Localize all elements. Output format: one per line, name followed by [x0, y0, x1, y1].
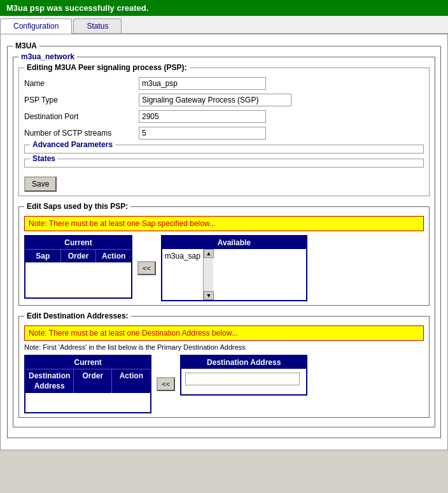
sap-col-order: Order — [61, 250, 97, 262]
dest-input-box: Destination Address — [180, 355, 307, 396]
dest-info-note: Note: First 'Address' in the list below … — [24, 343, 424, 351]
scroll-track — [204, 258, 213, 291]
sap-current-body — [25, 262, 131, 297]
edit-saps-label: Edit Saps used by this PSP: — [24, 202, 130, 211]
dest-address-input[interactable] — [185, 373, 300, 385]
sap-arrow-button[interactable]: << — [137, 261, 156, 275]
editing-psp-label: Editing M3UA Peer signaling process (PSP… — [24, 63, 190, 72]
tabs-bar: Configuration Status — [0, 16, 448, 34]
sap-scrollbar: ▲ ▼ — [203, 249, 213, 300]
tab-status[interactable]: Status — [73, 18, 122, 33]
m3ua-network-label: m3ua_network — [18, 52, 77, 61]
sap-available-list[interactable]: m3ua_sap — [162, 249, 203, 300]
dest-subheaders: DestinationAddress Order Action — [25, 369, 150, 393]
sap-current-table: Current Sap Order Action — [24, 235, 132, 299]
dest-current-table: Current DestinationAddress Order Action — [24, 355, 151, 413]
dest-arrow-button[interactable]: << — [157, 377, 175, 391]
main-content: M3UA m3ua_network Editing M3UA Peer sign… — [0, 34, 448, 450]
dest-input-wrap — [181, 369, 306, 394]
states-section: States — [24, 159, 424, 168]
sap-available-box: Available m3ua_sap ▲ ▼ — [161, 235, 307, 301]
dest-current-body — [25, 393, 150, 412]
dest-col-order: Order — [74, 369, 112, 393]
m3ua-label: M3UA — [13, 41, 39, 50]
sap-available-header: Available — [162, 236, 306, 249]
m3ua-network-section: m3ua_network Editing M3UA Peer signaling… — [13, 57, 435, 427]
dest-port-label: Destination Port — [24, 112, 139, 121]
psp-type-label: PSP Type — [24, 96, 139, 104]
edit-saps-section: Edit Saps used by this PSP: Note: There … — [18, 206, 430, 306]
scroll-down-arrow[interactable]: ▼ — [204, 291, 214, 300]
name-input[interactable] — [139, 77, 266, 90]
m3ua-section: M3UA m3ua_network Editing M3UA Peer sign… — [7, 46, 441, 438]
states-label[interactable]: States — [30, 154, 58, 163]
sctp-streams-row: Number of SCTP streams — [24, 127, 424, 139]
dest-col-addr: DestinationAddress — [25, 369, 74, 393]
sctp-streams-label: Number of SCTP streams — [24, 129, 139, 138]
dest-tables-area: Current DestinationAddress Order Action … — [24, 355, 424, 413]
sap-tables-area: Current Sap Order Action << — [24, 235, 424, 301]
sap-available-item[interactable]: m3ua_sap — [165, 252, 200, 261]
scroll-up-arrow[interactable]: ▲ — [204, 249, 214, 258]
advanced-params-section: Advanced Parameters — [24, 145, 424, 154]
success-banner: M3ua psp was successfully created. — [0, 0, 448, 16]
psp-type-row: PSP Type — [24, 94, 424, 106]
advanced-params-label[interactable]: Advanced Parameters — [30, 140, 115, 149]
sap-subheaders: Sap Order Action — [25, 249, 131, 262]
edit-dest-section: Edit Destination Addresses: Note: There … — [18, 316, 430, 418]
dest-current-header: Current — [25, 356, 150, 369]
edit-dest-label: Edit Destination Addresses: — [24, 311, 131, 320]
dest-port-input[interactable] — [139, 110, 266, 123]
name-row: Name — [24, 77, 424, 90]
sap-current-header: Current — [25, 236, 131, 249]
dest-col-action: Action — [112, 369, 150, 393]
dest-warning-note: Note: There must be at least one Destina… — [24, 325, 424, 341]
name-label: Name — [24, 79, 139, 88]
dest-input-header: Destination Address — [181, 356, 306, 369]
sap-col-action: Action — [96, 250, 131, 262]
sap-col-sap: Sap — [25, 250, 61, 262]
psp-type-input[interactable] — [139, 94, 291, 106]
saps-warning-note: Note: There must be at least one Sap spe… — [24, 216, 424, 231]
sctp-streams-input[interactable] — [139, 127, 266, 139]
dest-port-row: Destination Port — [24, 110, 424, 123]
tab-configuration[interactable]: Configuration — [0, 18, 72, 34]
sap-available-inner: m3ua_sap ▲ ▼ — [162, 249, 306, 300]
editing-psp-section: Editing M3UA Peer signaling process (PSP… — [18, 68, 430, 196]
save-button[interactable]: Save — [24, 176, 57, 192]
